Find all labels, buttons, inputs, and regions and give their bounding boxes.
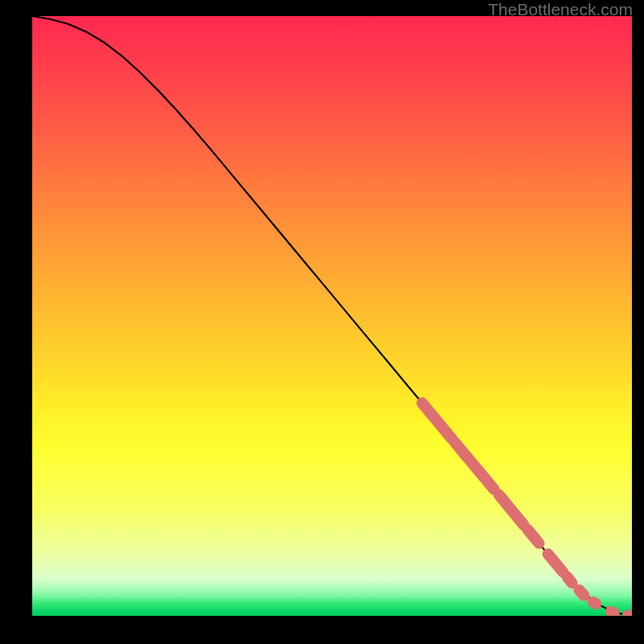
marker-segment bbox=[611, 612, 614, 613]
curve-line bbox=[32, 16, 632, 616]
marker-segment bbox=[527, 530, 539, 543]
chart-svg bbox=[32, 16, 632, 616]
marker-segment bbox=[568, 577, 572, 583]
curve-markers bbox=[422, 403, 632, 616]
curve-path bbox=[32, 16, 632, 616]
marker-segment bbox=[548, 554, 564, 572]
marker-segment bbox=[455, 443, 493, 489]
chart-frame: TheBottleneck.com bbox=[0, 0, 644, 644]
marker-segment bbox=[422, 403, 452, 440]
watermark-text: TheBottleneck.com bbox=[488, 0, 633, 19]
marker-segment bbox=[499, 495, 524, 526]
plot-area bbox=[32, 16, 632, 616]
marker-segment bbox=[579, 590, 584, 596]
marker-segment bbox=[593, 602, 597, 604]
